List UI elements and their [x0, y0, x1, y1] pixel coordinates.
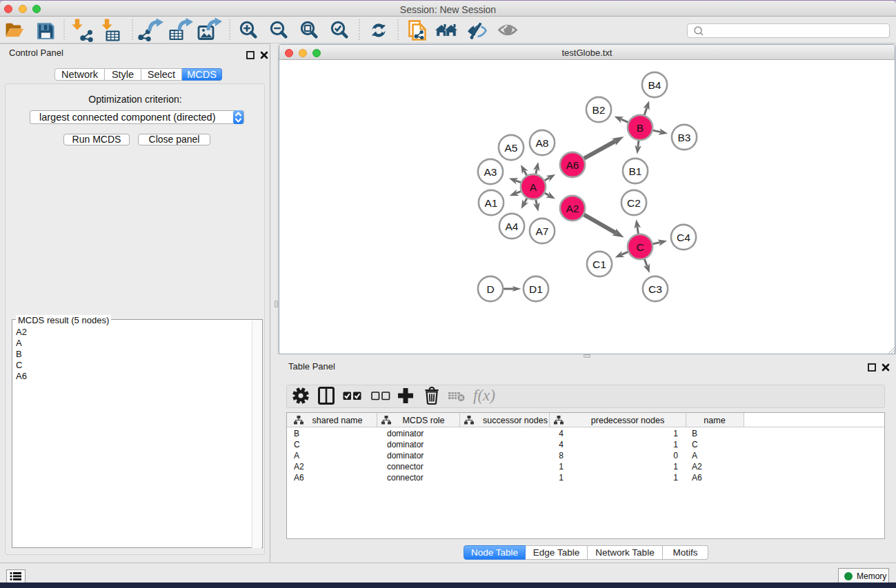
svg-text:A3: A3 — [484, 166, 497, 178]
svg-text:MCDS role: MCDS role — [402, 416, 444, 425]
svg-text:C2: C2 — [627, 197, 641, 209]
svg-text:A1: A1 — [485, 197, 498, 209]
svg-text:A8: A8 — [536, 137, 549, 149]
svg-text:C: C — [636, 241, 644, 253]
svg-text:A: A — [530, 181, 537, 193]
svg-text:B: B — [637, 122, 644, 134]
svg-text:A7: A7 — [536, 225, 549, 237]
svg-text:B1: B1 — [629, 165, 642, 177]
svg-text:name: name — [704, 416, 725, 425]
svg-text:A6: A6 — [566, 159, 579, 171]
svg-text:A4: A4 — [506, 221, 519, 232]
svg-text:shared name: shared name — [312, 416, 363, 425]
svg-text:B2: B2 — [593, 104, 606, 116]
svg-text:B3: B3 — [678, 132, 691, 143]
svg-text:predecessor nodes: predecessor nodes — [591, 416, 664, 425]
svg-text:f(x): f(x) — [473, 387, 495, 404]
svg-text:successor nodes: successor nodes — [483, 416, 548, 425]
svg-text:D1: D1 — [529, 283, 543, 295]
svg-text:A2: A2 — [566, 203, 579, 214]
svg-text:A5: A5 — [505, 142, 518, 154]
svg-text:C3: C3 — [648, 283, 662, 295]
svg-text:B4: B4 — [648, 79, 661, 91]
svg-text:C4: C4 — [677, 232, 690, 243]
svg-text:C1: C1 — [593, 258, 606, 270]
svg-text:D: D — [486, 283, 494, 295]
